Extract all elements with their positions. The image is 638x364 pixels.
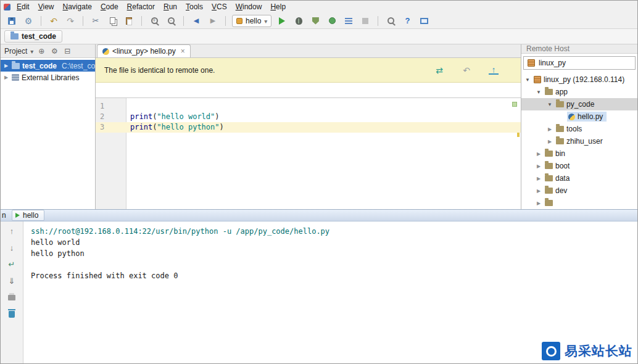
scroll-to-source-icon[interactable] [36, 46, 46, 56]
chevron-down-icon[interactable] [30, 47, 33, 56]
debug-button[interactable] [292, 15, 305, 27]
run-button[interactable] [276, 15, 288, 27]
project-root-path: C:\test_cod [62, 62, 95, 70]
expand-arrow-icon[interactable] [3, 75, 9, 80]
settings-icon[interactable] [22, 15, 35, 27]
navigate-forward-icon[interactable] [207, 15, 219, 27]
profiler-button[interactable] [326, 15, 338, 27]
print-button[interactable] [6, 292, 17, 303]
zoom-out-icon [168, 17, 175, 24]
menu-view[interactable]: View [34, 1, 59, 13]
copy-button[interactable] [106, 15, 118, 27]
compare-with-remote-icon[interactable] [434, 65, 444, 75]
gear-icon[interactable] [49, 46, 59, 56]
code-line-current[interactable]: 3 print("hello python") [96, 122, 521, 133]
folder-icon [545, 89, 553, 95]
collapse-arrow-icon[interactable] [524, 77, 531, 83]
menu-vcs[interactable]: VCS [207, 1, 231, 13]
project-tree: test_code C:\test_cod External Libraries [1, 58, 95, 83]
watermark: 易采站长站 [542, 342, 632, 360]
string-token: "hello python" [157, 123, 219, 131]
tree-row-partial[interactable] [521, 197, 637, 209]
menu-refactor[interactable]: Refactor [123, 1, 159, 13]
run-configuration-select[interactable]: hello [232, 15, 271, 27]
expand-arrow-icon[interactable] [546, 139, 553, 144]
tree-row-py-code[interactable]: py_code [521, 98, 637, 110]
zoom-out-button[interactable] [165, 15, 177, 27]
run-coverage-button[interactable] [309, 15, 321, 27]
project-root-name: test_code [22, 62, 57, 70]
help-icon[interactable] [401, 15, 413, 27]
redo-icon[interactable] [64, 15, 77, 27]
save-button[interactable] [6, 15, 18, 27]
inspection-indicator[interactable] [512, 102, 517, 107]
tree-row-hello-py[interactable]: hello.py [521, 110, 637, 123]
paste-button[interactable] [123, 15, 135, 27]
tree-row-dev[interactable]: dev [521, 184, 637, 197]
folder-icon [556, 126, 564, 132]
remote-server-select[interactable]: linux_py [523, 56, 636, 70]
expand-arrow-icon[interactable] [535, 176, 542, 181]
cut-icon[interactable] [89, 15, 102, 27]
menu-run[interactable]: Run [159, 1, 181, 13]
console-output-line: hello world [31, 237, 637, 248]
tree-label: tools [566, 125, 582, 133]
tree-row-tools[interactable]: tools [521, 123, 637, 135]
external-libraries-row[interactable]: External Libraries [1, 72, 95, 83]
menu-help[interactable]: Help [266, 1, 290, 13]
expand-arrow-icon[interactable] [535, 163, 542, 169]
code-line[interactable]: 1 [96, 101, 521, 112]
menu-bar: Edit View Navigate Code Refactor Run Too… [1, 1, 637, 13]
menu-tools[interactable]: Tools [181, 1, 207, 13]
close-icon[interactable] [181, 47, 185, 56]
scroll-to-end-icon[interactable] [6, 275, 17, 286]
tree-row-bin[interactable]: bin [521, 147, 637, 160]
stop-button[interactable] [359, 15, 371, 27]
up-stack-trace-icon[interactable] [6, 225, 17, 236]
download-from-remote-icon[interactable] [462, 65, 471, 75]
collapse-arrow-icon[interactable] [535, 89, 542, 95]
run-panel-header: n hello [1, 210, 637, 221]
collapse-all-icon[interactable] [62, 46, 72, 56]
menu-edit[interactable]: Edit [12, 1, 34, 13]
expand-arrow-icon[interactable] [535, 151, 542, 157]
zoom-in-button[interactable] [148, 15, 160, 27]
menu-window[interactable]: Window [231, 1, 267, 13]
builtin-token: print [130, 123, 152, 131]
code-text [126, 101, 130, 112]
breadcrumb[interactable]: test_code [4, 30, 62, 43]
search-everywhere-button[interactable] [384, 15, 397, 27]
coverage-data-button[interactable] [342, 15, 355, 27]
collapse-arrow-icon[interactable] [546, 102, 553, 107]
run-tab-hello[interactable]: hello [12, 210, 44, 221]
project-root-row[interactable]: test_code C:\test_cod [1, 60, 95, 72]
navigate-back-icon[interactable] [190, 15, 202, 27]
paren-token: ) [215, 112, 219, 121]
expand-arrow-icon[interactable] [546, 126, 553, 132]
code-editor[interactable]: 1 2 print("hello world") 3 print("hello … [96, 97, 521, 209]
expand-arrow-icon[interactable] [3, 63, 9, 68]
clear-console-button[interactable] [6, 308, 17, 320]
run-config-icon [236, 18, 242, 24]
error-stripe-mark[interactable] [517, 133, 520, 137]
menu-navigate[interactable]: Navigate [59, 1, 96, 13]
trash-icon [9, 311, 15, 318]
undo-icon[interactable] [48, 15, 60, 27]
tree-row-boot[interactable]: boot [521, 160, 637, 172]
tree-row-data[interactable]: data [521, 172, 637, 184]
menu-code[interactable]: Code [96, 1, 123, 13]
breadcrumb-label: test_code [22, 32, 56, 41]
run-icon [279, 17, 285, 25]
tree-row-server[interactable]: linux_py (192.168.0.114) [521, 73, 637, 86]
tree-row-zhihu-user[interactable]: zhihu_user [521, 135, 637, 147]
upload-to-remote-icon[interactable] [489, 66, 499, 75]
code-line[interactable]: 2 print("hello world") [96, 112, 521, 122]
expand-arrow-icon[interactable] [535, 188, 542, 194]
tree-row-app[interactable]: app [521, 86, 637, 98]
editor-tab[interactable]: <linux_py> hello.py [97, 44, 191, 57]
tree-label: bin [555, 149, 565, 158]
print-icon [8, 295, 15, 300]
down-stack-trace-icon[interactable] [6, 242, 17, 253]
restore-layout-button[interactable] [418, 15, 430, 27]
soft-wrap-icon[interactable] [6, 259, 17, 270]
